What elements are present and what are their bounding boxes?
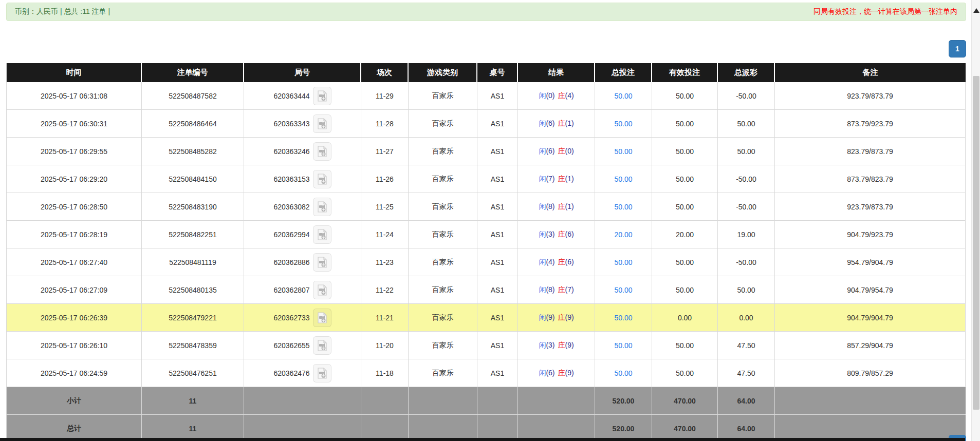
- cell-game-type: 百家乐: [409, 248, 477, 276]
- cell-remark: 873.79/823.79: [775, 165, 966, 193]
- result-banker-score: (9): [565, 369, 574, 377]
- cell-game-type: 百家乐: [409, 332, 477, 359]
- cell-table-number: AS1: [477, 276, 518, 304]
- cell-payout: 47.50: [718, 359, 775, 387]
- result-banker-label: 庄: [558, 341, 565, 349]
- result-player-label: 闲: [539, 369, 546, 377]
- video-replay-button[interactable]: [313, 87, 331, 105]
- cell-result: 闲(3)庄(6): [518, 221, 595, 248]
- scroll-up-arrow-icon[interactable]: [973, 8, 979, 13]
- result-player-score: (8): [546, 202, 554, 210]
- video-replay-icon: [317, 312, 328, 324]
- video-replay-button[interactable]: [313, 253, 331, 272]
- cell-bet-id: 522508481119: [142, 248, 244, 276]
- table-row: 2025-05-17 06:30:31 522508486464 6203633…: [7, 110, 966, 138]
- total-bet-link[interactable]: 50.00: [614, 258, 632, 266]
- cell-valid-bet: 50.00: [652, 332, 718, 359]
- result-player-score: (4): [546, 258, 554, 266]
- cell-time: 2025-05-17 06:28:19: [7, 221, 142, 248]
- cell-bet-id: 522508483190: [142, 193, 244, 221]
- table-row: 2025-05-17 06:27:09 522508480135 6203628…: [7, 276, 966, 304]
- scrollbar-thumb[interactable]: [973, 76, 979, 410]
- cell-session: 11-25: [361, 193, 409, 221]
- table-row: 2025-05-17 06:26:10 522508478359 6203626…: [7, 332, 966, 359]
- cell-time: 2025-05-17 06:28:50: [7, 193, 142, 221]
- header-table-number: 桌号: [477, 63, 518, 82]
- next-section-top-edge: [0, 438, 965, 441]
- result-banker-score: (6): [565, 258, 574, 266]
- round-number: 620362733: [273, 314, 309, 322]
- video-replay-icon: [317, 256, 328, 269]
- cell-round: 620362733: [244, 304, 361, 332]
- result-banker-score: (6): [565, 230, 574, 238]
- total-bet-link[interactable]: 50.00: [614, 203, 632, 211]
- cell-bet-id: 522508479221: [142, 304, 244, 332]
- cell-payout: 50.00: [718, 110, 775, 138]
- cell-valid-bet: 0.00: [652, 304, 718, 332]
- cell-remark: 904.79/904.79: [775, 304, 966, 332]
- round-number: 620363444: [273, 92, 309, 100]
- result-banker-score: (1): [565, 119, 574, 127]
- cell-session: 11-23: [361, 248, 409, 276]
- video-replay-button[interactable]: [313, 281, 331, 299]
- cell-round: 620362807: [244, 276, 361, 304]
- total-bet-link[interactable]: 50.00: [614, 120, 632, 128]
- result-player-score: (3): [546, 230, 554, 238]
- video-replay-icon: [317, 201, 328, 213]
- result-banker-label: 庄: [558, 258, 565, 266]
- cell-table-number: AS1: [477, 165, 518, 193]
- cell-bet-id: 522508478359: [142, 332, 244, 359]
- cell-remark: 857.29/904.79: [775, 332, 966, 359]
- video-replay-button[interactable]: [313, 114, 331, 133]
- cell-game-type: 百家乐: [409, 221, 477, 248]
- cell-bet-id: 522508480135: [142, 276, 244, 304]
- cell-result: 闲(7)庄(1): [518, 165, 595, 193]
- table-body: 2025-05-17 06:31:08 522508487582 6203634…: [7, 82, 966, 387]
- table-row: 2025-05-17 06:24:59 522508476251 6203624…: [7, 359, 966, 387]
- result-player-label: 闲: [539, 202, 546, 210]
- video-replay-button[interactable]: [313, 336, 331, 355]
- video-replay-button[interactable]: [313, 225, 331, 244]
- cell-total-bet: 50.00: [595, 138, 652, 165]
- vertical-scrollbar[interactable]: [971, 0, 980, 441]
- total-total-bet: 520.00: [595, 415, 652, 441]
- result-banker-label: 庄: [558, 313, 565, 321]
- round-number: 620362994: [273, 231, 309, 239]
- header-game-type: 游戏类别: [409, 63, 477, 82]
- cell-time: 2025-05-17 06:26:39: [7, 304, 142, 332]
- cell-result: 闲(3)庄(9): [518, 332, 595, 359]
- cell-bet-id: 522508484150: [142, 165, 244, 193]
- video-replay-button[interactable]: [313, 142, 331, 161]
- pagination-page-1-button[interactable]: 1: [949, 40, 966, 57]
- total-bet-link[interactable]: 50.00: [614, 175, 632, 183]
- cell-valid-bet: 50.00: [652, 165, 718, 193]
- cell-game-type: 百家乐: [409, 304, 477, 332]
- total-bet-link[interactable]: 50.00: [614, 92, 632, 100]
- video-replay-button[interactable]: [313, 198, 331, 216]
- cell-bet-id: 522508486464: [142, 110, 244, 138]
- cell-result: 闲(6)庄(1): [518, 110, 595, 138]
- header-round: 局号: [244, 63, 361, 82]
- result-banker-score: (1): [565, 175, 574, 183]
- cell-total-bet: 50.00: [595, 110, 652, 138]
- total-bet-link[interactable]: 50.00: [614, 314, 632, 322]
- cell-time: 2025-05-17 06:24:59: [7, 359, 142, 387]
- round-number: 620363082: [273, 203, 309, 211]
- cell-time: 2025-05-17 06:31:08: [7, 82, 142, 110]
- cell-total-bet: 50.00: [595, 332, 652, 359]
- round-number: 620362655: [273, 341, 309, 350]
- video-replay-button[interactable]: [313, 364, 331, 382]
- total-bet-link[interactable]: 50.00: [614, 369, 632, 377]
- header-payout: 总派彩: [718, 63, 775, 82]
- result-player-label: 闲: [539, 119, 546, 127]
- video-replay-button[interactable]: [313, 170, 331, 188]
- total-bet-link[interactable]: 50.00: [614, 147, 632, 156]
- currency-summary-text: 币别：人民币 | 总共 :11 注单 |: [15, 7, 110, 16]
- cell-session: 11-26: [361, 165, 409, 193]
- cell-round: 620363246: [244, 138, 361, 165]
- total-bet-link[interactable]: 50.00: [614, 286, 632, 294]
- total-bet-link[interactable]: 50.00: [614, 341, 632, 350]
- total-bet-link[interactable]: 20.00: [614, 231, 632, 239]
- video-replay-button[interactable]: [313, 309, 331, 327]
- cell-payout: 19.00: [718, 221, 775, 248]
